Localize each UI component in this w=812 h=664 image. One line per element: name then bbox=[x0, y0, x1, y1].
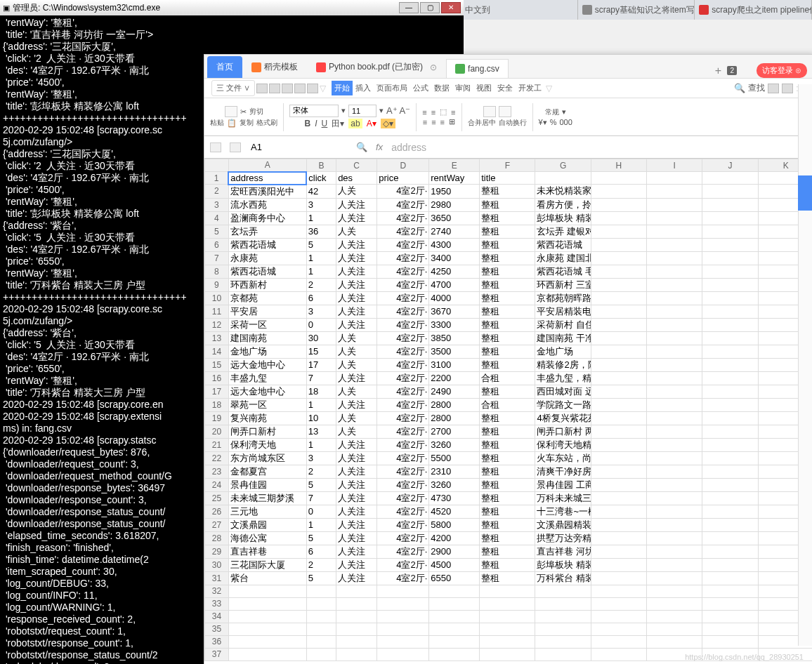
row-header[interactable]: 33 bbox=[205, 597, 229, 610]
row-header[interactable]: 8 bbox=[205, 265, 229, 278]
cell[interactable]: 整租 bbox=[480, 545, 535, 558]
cell[interactable] bbox=[306, 585, 336, 597]
cell[interactable]: 盈澜商务中心 bbox=[228, 211, 306, 225]
cell[interactable]: 京都苑朝晖路上，运河边，对面和平饭店，大两房，合租居家 bbox=[535, 291, 591, 305]
cell[interactable] bbox=[591, 425, 646, 438]
cmd-title-bar[interactable]: ▣ 管理员: C:\Windows\system32\cmd.exe — ▢ ✕ bbox=[0, 0, 464, 15]
cell[interactable] bbox=[591, 358, 646, 371]
cell[interactable]: 合租 bbox=[480, 371, 535, 385]
cell[interactable]: 6 bbox=[306, 545, 336, 558]
cell[interactable] bbox=[306, 597, 336, 610]
cell[interactable] bbox=[591, 265, 646, 278]
cell[interactable] bbox=[647, 345, 702, 358]
cell[interactable]: 4200 bbox=[429, 531, 480, 545]
cell[interactable] bbox=[591, 623, 646, 635]
cell[interactable]: 整租 bbox=[480, 318, 535, 331]
cell[interactable]: 人关注 bbox=[336, 465, 377, 478]
cell[interactable]: 人关 bbox=[336, 225, 377, 238]
row-header[interactable]: 13 bbox=[205, 331, 229, 345]
cell[interactable]: 彭埠板块 精装修公寓 loft户型 火车东站 bbox=[535, 211, 591, 225]
cell[interactable]: 京都苑 bbox=[228, 291, 306, 305]
cell[interactable] bbox=[591, 398, 646, 411]
cell[interactable] bbox=[591, 278, 646, 291]
cell[interactable]: 1 bbox=[306, 211, 336, 225]
cell[interactable]: 4730 bbox=[429, 491, 480, 505]
cell[interactable] bbox=[702, 185, 758, 199]
cell[interactable]: 人关注 bbox=[336, 371, 377, 385]
cell[interactable] bbox=[702, 251, 758, 265]
cell[interactable]: 整租 bbox=[480, 211, 535, 225]
cell[interactable] bbox=[647, 425, 702, 438]
close-button[interactable]: ✕ bbox=[441, 2, 461, 13]
cell[interactable]: 整租 bbox=[480, 438, 535, 451]
cell[interactable] bbox=[228, 610, 306, 623]
cell[interactable]: 紫台 bbox=[228, 571, 306, 585]
cell[interactable] bbox=[591, 648, 646, 660]
cell[interactable] bbox=[480, 585, 535, 597]
cell[interactable]: 十三湾巷~一楼好房 bbox=[535, 505, 591, 518]
cell[interactable]: 4室2厅· bbox=[377, 238, 429, 251]
cell[interactable] bbox=[377, 597, 429, 610]
col-header[interactable]: I bbox=[647, 159, 702, 172]
cell[interactable] bbox=[429, 597, 480, 610]
tool2-icon[interactable] bbox=[782, 84, 793, 93]
row-header[interactable]: 17 bbox=[205, 385, 229, 398]
undo-icon[interactable] bbox=[294, 84, 306, 93]
preview-icon[interactable] bbox=[282, 84, 293, 93]
print-icon[interactable] bbox=[269, 84, 280, 93]
cell[interactable]: 整租 bbox=[480, 451, 535, 465]
cell[interactable]: 三花国际大厦 bbox=[228, 558, 306, 571]
cell[interactable] bbox=[535, 635, 591, 648]
cell[interactable]: 人关 bbox=[336, 425, 377, 438]
cell[interactable] bbox=[647, 305, 702, 318]
cell[interactable] bbox=[480, 648, 535, 660]
save-icon[interactable] bbox=[256, 84, 268, 93]
cell[interactable] bbox=[480, 610, 535, 623]
cell[interactable]: 15 bbox=[306, 345, 336, 358]
cell[interactable]: 采荷一区 bbox=[228, 318, 306, 331]
row-header[interactable]: 3 bbox=[205, 198, 229, 211]
browser-tab[interactable]: scrapy爬虫之item pipeline保 bbox=[695, 0, 812, 20]
cell[interactable] bbox=[336, 610, 377, 623]
cell[interactable] bbox=[647, 465, 702, 478]
cell[interactable] bbox=[647, 623, 702, 635]
cell[interactable]: 2 bbox=[306, 278, 336, 291]
row-header[interactable]: 22 bbox=[205, 451, 229, 465]
cell[interactable]: 4室2厅· bbox=[377, 211, 429, 225]
cell[interactable] bbox=[647, 545, 702, 558]
cell[interactable]: 4500 bbox=[429, 558, 480, 571]
row-header[interactable]: 24 bbox=[205, 478, 229, 491]
cell[interactable]: 整租 bbox=[480, 385, 535, 398]
cell[interactable]: 人关注 bbox=[336, 505, 377, 518]
cell[interactable] bbox=[647, 371, 702, 385]
cell[interactable]: 保利湾天地 bbox=[228, 438, 306, 451]
cell[interactable]: rentWay bbox=[429, 172, 480, 185]
cell[interactable]: 3650 bbox=[429, 211, 480, 225]
cell[interactable]: 人关注 bbox=[336, 438, 377, 451]
cell[interactable]: 7 bbox=[306, 371, 336, 385]
cell[interactable]: 4室2厅· bbox=[377, 558, 429, 571]
cell[interactable]: 4室2厅· bbox=[377, 371, 429, 385]
row-header[interactable]: 16 bbox=[205, 371, 229, 385]
size-select[interactable] bbox=[348, 105, 376, 117]
cell[interactable]: 42 bbox=[306, 185, 336, 199]
cell[interactable]: 学院路文一路，翠苑一区，两室一厅，随时看房，拎包入住 bbox=[535, 398, 591, 411]
font-select[interactable] bbox=[289, 105, 339, 117]
cell[interactable]: 整租 bbox=[480, 358, 535, 371]
row-header[interactable]: 31 bbox=[205, 571, 229, 585]
ribbon-tab[interactable]: 数据 bbox=[431, 81, 452, 95]
cell[interactable]: des bbox=[336, 172, 377, 185]
ribbon-tab[interactable]: 页面布局 bbox=[374, 81, 410, 95]
cell[interactable]: 整租 bbox=[480, 518, 535, 531]
maximize-button[interactable]: ▢ bbox=[420, 2, 440, 13]
cell[interactable]: 建国南苑 干净清爽 精装出租 bbox=[535, 331, 591, 345]
row-header[interactable]: 2 bbox=[205, 185, 229, 199]
cell[interactable] bbox=[702, 635, 758, 648]
cell[interactable]: 4室2厅· bbox=[377, 265, 429, 278]
cell[interactable]: 合租 bbox=[480, 398, 535, 411]
cell[interactable]: 4室2厅· bbox=[377, 491, 429, 505]
cell[interactable] bbox=[702, 465, 758, 478]
cell[interactable] bbox=[591, 411, 646, 425]
cell[interactable] bbox=[702, 610, 758, 623]
cell[interactable] bbox=[702, 451, 758, 465]
